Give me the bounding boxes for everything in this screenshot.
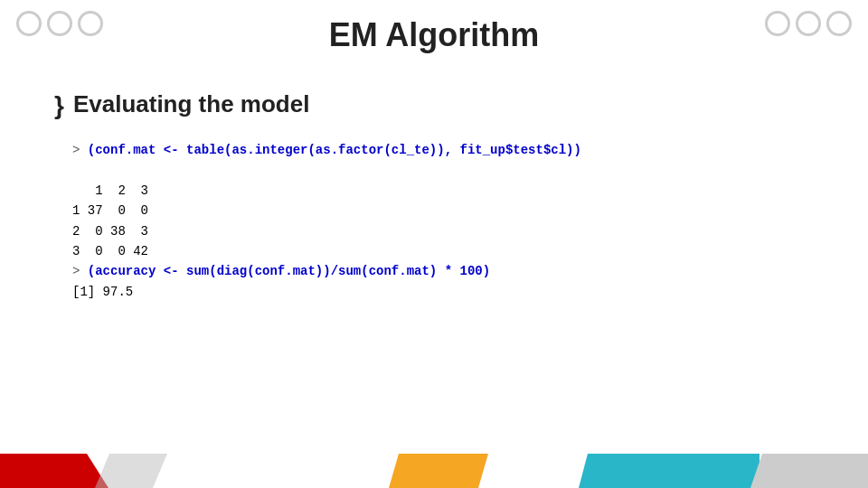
bullet-symbol: } (54, 92, 64, 120)
code-command-1: (conf.mat <- table(as.integer(as.factor(… (88, 143, 581, 157)
code-line-row1: 1 37 0 0 (72, 201, 814, 221)
code-line-header: 1 2 3 (72, 181, 814, 201)
code-line-result: [1] 97.5 (72, 282, 814, 302)
bar-red-left (0, 454, 108, 488)
code-prompt-1: > (72, 143, 88, 157)
slide-title: EM Algorithm (0, 16, 868, 54)
code-line-blank (72, 160, 814, 180)
bar-orange (389, 454, 488, 488)
code-line-row2: 2 0 38 3 (72, 221, 814, 241)
bullet-section: } Evaluating the model (54, 90, 309, 120)
bar-teal (579, 454, 760, 488)
code-prompt-2: > (72, 264, 88, 278)
code-command-2: (accuracy <- sum(diag(conf.mat))/sum(con… (88, 264, 490, 278)
code-block: > (conf.mat <- table(as.integer(as.facto… (72, 140, 814, 302)
code-line-1: > (conf.mat <- table(as.integer(as.facto… (72, 140, 814, 160)
bar-gray-left (95, 454, 167, 488)
bullet-label: Evaluating the model (73, 90, 310, 118)
bar-gray-right (750, 454, 868, 488)
code-line-2: > (accuracy <- sum(diag(conf.mat))/sum(c… (72, 261, 814, 281)
bottom-bar (0, 454, 868, 488)
code-line-row3: 3 0 0 42 (72, 241, 814, 261)
